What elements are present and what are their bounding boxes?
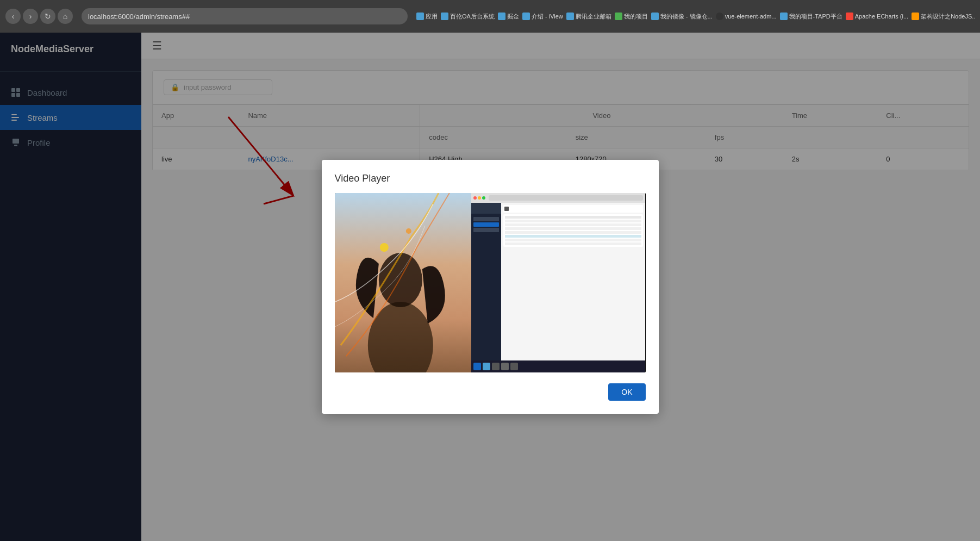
bookmark-label-0: 应用: [426, 13, 438, 21]
bookmark-item-0[interactable]: 应用: [416, 13, 438, 21]
dialog-title: Video Player: [335, 173, 646, 184]
main-content: ☰ 🔒 input password App Name Video Time: [141, 33, 980, 541]
bookmark-icon-6: [651, 13, 659, 20]
bookmark-item-8[interactable]: 我的项目-TAPD平台: [780, 13, 842, 21]
bookmark-icon-2: [498, 13, 505, 20]
bookmark-item-9[interactable]: Apache ECharts (i...: [846, 13, 908, 20]
browser-chrome: ‹ › ↻ ⌂ localhost:6000/admin/streams## 应…: [0, 0, 980, 33]
video-taskbar: [471, 360, 645, 372]
browser-nav-buttons: ‹ › ↻ ⌂: [5, 9, 73, 24]
address-bar[interactable]: localhost:6000/admin/streams##: [82, 8, 408, 24]
bookmark-icon-10: [912, 13, 919, 20]
svg-point-16: [405, 228, 411, 234]
bookmark-icon-0: [416, 13, 424, 20]
browser-bookmarks: 应用百伦OA后台系统掘金介绍 - iView腾讯企业邮箱我的项目我的镜像 - 镜…: [416, 13, 975, 21]
bookmark-item-3[interactable]: 介绍 - iView: [522, 13, 563, 21]
nms-sidebar-mini: [471, 203, 501, 372]
bookmark-icon-1: [441, 13, 448, 20]
reload-button[interactable]: ↻: [40, 9, 55, 24]
bookmark-label-8: 我的项目-TAPD平台: [789, 13, 842, 21]
bookmark-label-2: 掘金: [507, 13, 519, 21]
nms-table-mini: [503, 214, 643, 247]
bookmark-label-10: 架构设计之NodeJS...: [921, 13, 975, 21]
bookmark-label-3: 介绍 - iView: [532, 13, 563, 21]
bookmark-item-6[interactable]: 我的镜像 - 镜像仓...: [651, 13, 713, 21]
bookmark-icon-7: [716, 13, 723, 20]
home-button[interactable]: ⌂: [58, 9, 73, 24]
bookmark-label-9: Apache ECharts (i...: [855, 13, 908, 20]
nms-screenshot: [471, 193, 645, 372]
modal-overlay: Video Player: [141, 33, 980, 541]
dialog-footer: OK: [335, 383, 646, 401]
app-layout: NodeMediaServer Dashboard: [0, 33, 980, 541]
address-text: localhost:6000/admin/streams##: [88, 13, 190, 21]
bookmark-item-1[interactable]: 百伦OA后台系统: [441, 13, 495, 21]
nms-content-mini: [501, 203, 645, 372]
video-thumbnail: [335, 193, 646, 372]
bookmark-icon-9: [846, 13, 853, 20]
bookmark-item-4[interactable]: 腾讯企业邮箱: [566, 13, 611, 21]
video-player-container: [335, 193, 646, 372]
video-player-dialog: Video Player: [322, 160, 659, 414]
bookmark-label-4: 腾讯企业邮箱: [576, 13, 611, 21]
bookmark-item-2[interactable]: 掘金: [498, 13, 519, 21]
bookmark-icon-3: [522, 13, 530, 20]
bookmark-item-7[interactable]: vue-element-adm...: [716, 13, 777, 20]
bookmark-label-6: 我的镜像 - 镜像仓...: [660, 13, 713, 21]
bookmark-label-5: 我的项目: [624, 13, 648, 21]
bookmark-icon-5: [615, 13, 622, 20]
bookmark-label-7: vue-element-adm...: [725, 13, 777, 20]
nms-top-bar-mini: [471, 193, 645, 203]
svg-point-15: [379, 243, 388, 252]
video-bg-right: [471, 193, 645, 372]
ok-button[interactable]: OK: [608, 383, 645, 401]
video-bg-left: [335, 193, 472, 372]
bookmark-item-10[interactable]: 架构设计之NodeJS...: [912, 13, 975, 21]
forward-button[interactable]: ›: [23, 9, 38, 24]
bookmark-icon-4: [566, 13, 574, 20]
bookmark-icon-8: [780, 13, 788, 20]
bookmark-label-1: 百伦OA后台系统: [450, 13, 495, 21]
bookmark-item-5[interactable]: 我的项目: [615, 13, 648, 21]
back-button[interactable]: ‹: [5, 9, 21, 24]
